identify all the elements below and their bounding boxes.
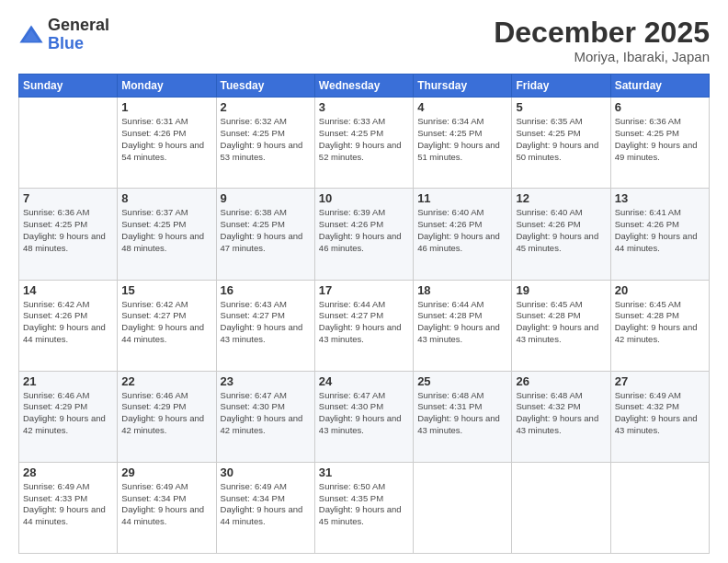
weekday-header: Saturday: [610, 75, 709, 98]
weekday-header: Monday: [118, 75, 216, 98]
day-info: Sunrise: 6:44 AMSunset: 4:27 PMDaylight:…: [319, 299, 409, 346]
day-info: Sunrise: 6:49 AMSunset: 4:34 PMDaylight:…: [221, 481, 311, 528]
day-number: 2: [221, 100, 311, 114]
calendar-week-row: 28 Sunrise: 6:49 AMSunset: 4:33 PMDaylig…: [19, 462, 710, 553]
logo-icon: [18, 22, 44, 48]
day-number: 6: [615, 100, 705, 114]
calendar-week-row: 1 Sunrise: 6:31 AMSunset: 4:26 PMDayligh…: [19, 98, 710, 189]
day-number: 19: [516, 283, 606, 297]
calendar-subtitle: Moriya, Ibaraki, Japan: [494, 49, 710, 64]
day-number: 29: [121, 465, 211, 479]
logo-blue: Blue: [48, 35, 109, 53]
day-info: Sunrise: 6:36 AMSunset: 4:25 PMDaylight:…: [615, 116, 705, 163]
calendar-cell: 29 Sunrise: 6:49 AMSunset: 4:34 PMDaylig…: [118, 462, 216, 553]
day-number: 22: [121, 374, 211, 388]
calendar-week-row: 21 Sunrise: 6:46 AMSunset: 4:29 PMDaylig…: [19, 371, 710, 462]
weekday-header: Thursday: [414, 75, 512, 98]
day-number: 31: [319, 465, 409, 479]
day-info: Sunrise: 6:49 AMSunset: 4:33 PMDaylight:…: [23, 481, 113, 528]
calendar-week-row: 14 Sunrise: 6:42 AMSunset: 4:26 PMDaylig…: [19, 280, 710, 371]
day-info: Sunrise: 6:44 AMSunset: 4:28 PMDaylight:…: [417, 299, 507, 346]
calendar-cell: 25 Sunrise: 6:48 AMSunset: 4:31 PMDaylig…: [414, 371, 512, 462]
day-info: Sunrise: 6:47 AMSunset: 4:30 PMDaylight:…: [221, 390, 311, 437]
calendar-cell: 15 Sunrise: 6:42 AMSunset: 4:27 PMDaylig…: [118, 280, 216, 371]
day-info: Sunrise: 6:35 AMSunset: 4:25 PMDaylight:…: [516, 116, 606, 163]
logo: General Blue: [18, 17, 109, 53]
calendar-cell: 9 Sunrise: 6:38 AMSunset: 4:25 PMDayligh…: [216, 189, 314, 280]
day-info: Sunrise: 6:49 AMSunset: 4:32 PMDaylight:…: [615, 390, 705, 437]
day-number: 18: [417, 283, 507, 297]
calendar-cell: 2 Sunrise: 6:32 AMSunset: 4:25 PMDayligh…: [216, 98, 314, 189]
day-number: 25: [417, 374, 507, 388]
day-number: 28: [23, 465, 113, 479]
calendar-cell: 5 Sunrise: 6:35 AMSunset: 4:25 PMDayligh…: [512, 98, 610, 189]
calendar-cell: 7 Sunrise: 6:36 AMSunset: 4:25 PMDayligh…: [19, 189, 118, 280]
day-number: 30: [221, 465, 311, 479]
day-number: 15: [121, 283, 211, 297]
day-info: Sunrise: 6:48 AMSunset: 4:32 PMDaylight:…: [516, 390, 606, 437]
calendar-cell: 20 Sunrise: 6:45 AMSunset: 4:28 PMDaylig…: [610, 280, 709, 371]
calendar-cell: 19 Sunrise: 6:45 AMSunset: 4:28 PMDaylig…: [512, 280, 610, 371]
header: General Blue December 2025 Moriya, Ibara…: [18, 17, 710, 64]
weekday-header: Tuesday: [216, 75, 314, 98]
weekday-header: Wednesday: [314, 75, 413, 98]
day-number: 13: [615, 191, 705, 205]
calendar-cell: 1 Sunrise: 6:31 AMSunset: 4:26 PMDayligh…: [118, 98, 216, 189]
day-number: 1: [121, 100, 211, 114]
day-number: 20: [615, 283, 705, 297]
calendar-cell: 18 Sunrise: 6:44 AMSunset: 4:28 PMDaylig…: [414, 280, 512, 371]
day-number: 21: [23, 374, 113, 388]
day-number: 4: [417, 100, 507, 114]
calendar-cell: 22 Sunrise: 6:46 AMSunset: 4:29 PMDaylig…: [118, 371, 216, 462]
day-info: Sunrise: 6:40 AMSunset: 4:26 PMDaylight:…: [417, 207, 507, 254]
calendar-cell: 10 Sunrise: 6:39 AMSunset: 4:26 PMDaylig…: [314, 189, 413, 280]
calendar-title: December 2025: [494, 17, 710, 49]
day-info: Sunrise: 6:50 AMSunset: 4:35 PMDaylight:…: [319, 481, 409, 528]
calendar-cell: [610, 462, 709, 553]
weekday-header-row: SundayMondayTuesdayWednesdayThursdayFrid…: [19, 75, 710, 98]
day-number: 8: [121, 191, 211, 205]
day-number: 24: [319, 374, 409, 388]
calendar-cell: 12 Sunrise: 6:40 AMSunset: 4:26 PMDaylig…: [512, 189, 610, 280]
calendar-cell: 28 Sunrise: 6:49 AMSunset: 4:33 PMDaylig…: [19, 462, 118, 553]
day-info: Sunrise: 6:38 AMSunset: 4:25 PMDaylight:…: [221, 207, 311, 254]
day-info: Sunrise: 6:36 AMSunset: 4:25 PMDaylight:…: [23, 207, 113, 254]
day-number: 3: [319, 100, 409, 114]
day-info: Sunrise: 6:34 AMSunset: 4:25 PMDaylight:…: [417, 116, 507, 163]
calendar-week-row: 7 Sunrise: 6:36 AMSunset: 4:25 PMDayligh…: [19, 189, 710, 280]
calendar-table: SundayMondayTuesdayWednesdayThursdayFrid…: [18, 74, 710, 554]
day-info: Sunrise: 6:49 AMSunset: 4:34 PMDaylight:…: [121, 481, 211, 528]
logo-text: General Blue: [48, 17, 109, 53]
calendar-cell: 17 Sunrise: 6:44 AMSunset: 4:27 PMDaylig…: [314, 280, 413, 371]
calendar-cell: 3 Sunrise: 6:33 AMSunset: 4:25 PMDayligh…: [314, 98, 413, 189]
calendar-cell: 8 Sunrise: 6:37 AMSunset: 4:25 PMDayligh…: [118, 189, 216, 280]
day-info: Sunrise: 6:43 AMSunset: 4:27 PMDaylight:…: [221, 299, 311, 346]
day-number: 23: [221, 374, 311, 388]
day-number: 17: [319, 283, 409, 297]
calendar-cell: 31 Sunrise: 6:50 AMSunset: 4:35 PMDaylig…: [314, 462, 413, 553]
page: General Blue December 2025 Moriya, Ibara…: [0, 0, 728, 563]
calendar-cell: 30 Sunrise: 6:49 AMSunset: 4:34 PMDaylig…: [216, 462, 314, 553]
day-number: 11: [417, 191, 507, 205]
day-info: Sunrise: 6:48 AMSunset: 4:31 PMDaylight:…: [417, 390, 507, 437]
day-number: 16: [221, 283, 311, 297]
day-info: Sunrise: 6:40 AMSunset: 4:26 PMDaylight:…: [516, 207, 606, 254]
day-info: Sunrise: 6:32 AMSunset: 4:25 PMDaylight:…: [221, 116, 311, 163]
day-info: Sunrise: 6:45 AMSunset: 4:28 PMDaylight:…: [516, 299, 606, 346]
day-info: Sunrise: 6:47 AMSunset: 4:30 PMDaylight:…: [319, 390, 409, 437]
day-number: 12: [516, 191, 606, 205]
calendar-cell: 23 Sunrise: 6:47 AMSunset: 4:30 PMDaylig…: [216, 371, 314, 462]
day-info: Sunrise: 6:45 AMSunset: 4:28 PMDaylight:…: [615, 299, 705, 346]
title-block: December 2025 Moriya, Ibaraki, Japan: [494, 17, 710, 64]
day-info: Sunrise: 6:37 AMSunset: 4:25 PMDaylight:…: [121, 207, 211, 254]
day-number: 26: [516, 374, 606, 388]
calendar-cell: 24 Sunrise: 6:47 AMSunset: 4:30 PMDaylig…: [314, 371, 413, 462]
calendar-cell: [19, 98, 118, 189]
calendar-cell: [512, 462, 610, 553]
calendar-cell: 6 Sunrise: 6:36 AMSunset: 4:25 PMDayligh…: [610, 98, 709, 189]
logo-general: General: [48, 17, 109, 35]
calendar-cell: 11 Sunrise: 6:40 AMSunset: 4:26 PMDaylig…: [414, 189, 512, 280]
day-number: 14: [23, 283, 113, 297]
day-info: Sunrise: 6:41 AMSunset: 4:26 PMDaylight:…: [615, 207, 705, 254]
calendar-cell: 26 Sunrise: 6:48 AMSunset: 4:32 PMDaylig…: [512, 371, 610, 462]
